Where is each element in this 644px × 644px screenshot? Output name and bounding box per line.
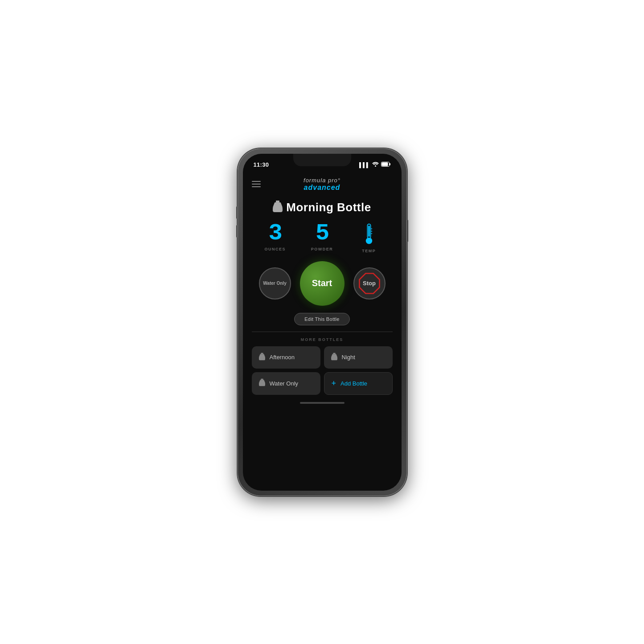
home-bar: [300, 402, 345, 404]
phone-screen: 11:30 ▌▌▌: [243, 154, 402, 491]
power-button: [407, 220, 408, 242]
hamburger-menu-button[interactable]: [252, 181, 261, 187]
section-divider: [252, 332, 393, 332]
powder-value: 5: [316, 222, 328, 245]
temp-label: TEMP: [362, 249, 376, 253]
water-only-bottle-icon: [259, 378, 265, 388]
start-button[interactable]: Start: [300, 261, 345, 306]
powder-stat: 5 POWDER: [299, 222, 345, 253]
menu-line-3: [252, 186, 261, 187]
water-only-bottle-label: Water Only: [270, 380, 299, 387]
controls-row: Water Only Start Stop: [243, 255, 402, 310]
svg-point-7: [366, 238, 372, 244]
edit-button-row: Edit This Bottle: [243, 310, 402, 330]
more-bottles-section: MORE BOTTLES Afternoon: [243, 334, 402, 398]
thermometer-icon: [361, 222, 377, 247]
app-header: formula pro° advanced: [243, 173, 402, 194]
battery-icon: [381, 162, 391, 168]
bottle-icon-large: [273, 201, 283, 215]
app-logo: formula pro° advanced: [304, 177, 340, 192]
app-content: formula pro° advanced Morning Bottle: [243, 173, 402, 491]
home-indicator: [243, 398, 402, 409]
svg-rect-3: [381, 163, 388, 166]
volume-up-button: [236, 206, 238, 219]
night-bottle-label: Night: [342, 354, 355, 361]
bottle-title-section: Morning Bottle: [243, 194, 402, 219]
svg-point-0: [375, 165, 376, 167]
temp-stat: TEMP: [345, 222, 392, 253]
stop-button[interactable]: Stop: [353, 267, 386, 299]
bottle-title: Morning Bottle: [286, 201, 371, 214]
water-only-bottle-card[interactable]: Water Only: [252, 372, 320, 395]
night-bottle-card[interactable]: Night: [324, 346, 393, 369]
volume-down-button: [236, 225, 238, 238]
svg-rect-4: [276, 201, 279, 202]
add-bottle-card[interactable]: + Add Bottle: [324, 372, 393, 395]
svg-rect-12: [261, 353, 263, 354]
logo-bottom: advanced: [304, 184, 340, 192]
status-time: 11:30: [254, 161, 269, 168]
status-icons: ▌▌▌: [359, 162, 390, 168]
afternoon-bottle-label: Afternoon: [270, 354, 295, 361]
menu-line-1: [252, 181, 261, 182]
afternoon-bottle-icon: [259, 353, 265, 362]
more-bottles-label: MORE BOTTLES: [252, 337, 393, 342]
ounces-value: 3: [269, 222, 282, 245]
notch: [293, 154, 351, 166]
afternoon-bottle-card[interactable]: Afternoon: [252, 346, 320, 369]
phone-shell: 11:30 ▌▌▌: [238, 148, 407, 496]
logo-top: formula pro°: [304, 177, 340, 184]
stop-label: Stop: [363, 280, 376, 287]
wifi-icon: [372, 162, 379, 168]
ounces-stat: 3 OUNCES: [252, 222, 299, 253]
svg-rect-13: [333, 353, 335, 354]
night-bottle-icon: [331, 353, 337, 362]
phone-wrapper: 11:30 ▌▌▌: [238, 148, 407, 496]
menu-line-2: [252, 184, 261, 185]
water-only-button[interactable]: Water Only: [259, 267, 291, 299]
svg-rect-14: [261, 379, 263, 380]
screen-bezel: 11:30 ▌▌▌: [243, 154, 402, 491]
svg-rect-2: [390, 163, 390, 165]
edit-bottle-button[interactable]: Edit This Bottle: [294, 313, 350, 325]
add-icon: +: [332, 379, 336, 388]
powder-label: POWDER: [311, 247, 333, 251]
ounces-label: OUNCES: [264, 247, 286, 251]
svg-rect-6: [368, 226, 370, 237]
stats-row: 3 OUNCES 5 POWDER: [243, 219, 402, 255]
signal-icon: ▌▌▌: [359, 162, 369, 168]
bottles-grid: Afternoon Night: [252, 346, 393, 395]
add-bottle-label: Add Bottle: [340, 380, 367, 387]
